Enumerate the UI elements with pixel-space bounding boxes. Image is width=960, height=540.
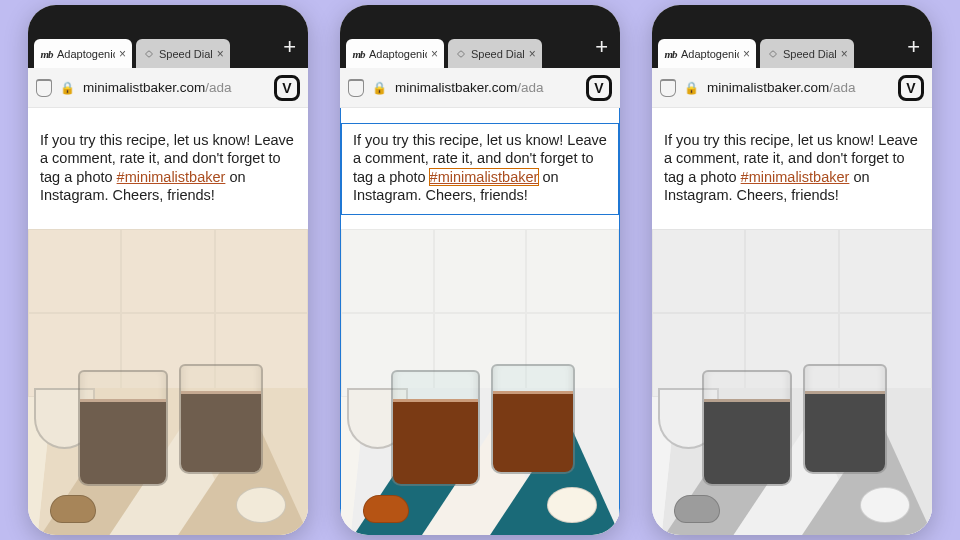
- status-bar: [652, 5, 932, 27]
- tab-speed-dial-label: Speed Dial: [159, 48, 213, 60]
- wall-tiles: [341, 229, 619, 397]
- vivaldi-menu-button[interactable]: V: [274, 75, 300, 101]
- tab-active[interactable]: mb Adaptogenic ×: [34, 39, 132, 68]
- url-field[interactable]: minimalistbaker.com/ada: [707, 80, 890, 95]
- status-bar: [340, 5, 620, 27]
- vivaldi-favicon: [766, 47, 779, 60]
- close-icon[interactable]: ×: [119, 48, 126, 60]
- tab-speed-dial-label: Speed Dial: [783, 48, 837, 60]
- page-content: If you try this recipe, let us know! Lea…: [652, 108, 932, 535]
- new-tab-button[interactable]: +: [589, 36, 614, 64]
- walnut-half: [50, 495, 96, 523]
- mb-favicon: mb: [352, 47, 365, 60]
- tab-speed-dial[interactable]: Speed Dial ×: [136, 39, 230, 68]
- tab-active-label: Adaptogenic: [681, 48, 739, 60]
- rice-cake: [860, 487, 910, 523]
- vivaldi-menu-button[interactable]: V: [898, 75, 924, 101]
- page-content: If you try this recipe, let us know! Lea…: [340, 108, 620, 535]
- close-icon[interactable]: ×: [841, 48, 848, 60]
- tab-active-label: Adaptogenic: [369, 48, 427, 60]
- address-bar: 🔒 minimalistbaker.com/ada V: [652, 68, 932, 108]
- url-path: /ada: [205, 80, 231, 95]
- vivaldi-menu-button[interactable]: V: [586, 75, 612, 101]
- tab-bar: mb Adaptogenic × Speed Dial × +: [340, 27, 620, 68]
- close-icon[interactable]: ×: [217, 48, 224, 60]
- glass-front: [702, 370, 792, 486]
- close-icon[interactable]: ×: [431, 48, 438, 60]
- hashtag-link[interactable]: #minimalistbaker: [117, 169, 226, 185]
- new-tab-button[interactable]: +: [901, 36, 926, 64]
- shield-icon[interactable]: [348, 79, 364, 97]
- wall-tiles: [28, 229, 308, 397]
- url-domain: minimalistbaker.com: [83, 80, 205, 95]
- tab-speed-dial[interactable]: Speed Dial ×: [448, 39, 542, 68]
- glass-back: [803, 364, 887, 474]
- glass-back: [179, 364, 263, 474]
- url-field[interactable]: minimalistbaker.com/ada: [395, 80, 578, 95]
- address-bar: 🔒 minimalistbaker.com/ada V: [340, 68, 620, 108]
- new-tab-button[interactable]: +: [277, 36, 302, 64]
- hero-image: [341, 229, 619, 535]
- phone-frame: mb Adaptogenic × Speed Dial × + 🔒 minima…: [28, 5, 308, 535]
- tab-bar: mb Adaptogenic × Speed Dial × +: [28, 27, 308, 68]
- tab-speed-dial[interactable]: Speed Dial ×: [760, 39, 854, 68]
- url-field[interactable]: minimalistbaker.com/ada: [83, 80, 266, 95]
- hero-scene: [652, 229, 932, 535]
- walnut-half: [674, 495, 720, 523]
- lock-icon: 🔒: [684, 81, 699, 95]
- hero-image: [652, 229, 932, 535]
- vivaldi-favicon: [142, 47, 155, 60]
- recipe-paragraph: If you try this recipe, let us know! Lea…: [341, 123, 619, 215]
- url-path: /ada: [517, 80, 543, 95]
- hashtag-link[interactable]: #minimalistbaker: [430, 169, 539, 185]
- recipe-paragraph: If you try this recipe, let us know! Lea…: [28, 123, 308, 215]
- walnut-half: [363, 495, 409, 523]
- glass-back: [491, 364, 574, 474]
- shield-icon[interactable]: [660, 79, 676, 97]
- rice-cake: [547, 487, 597, 523]
- tab-active[interactable]: mb Adaptogenic ×: [658, 39, 756, 68]
- url-path: /ada: [829, 80, 855, 95]
- recipe-paragraph: If you try this recipe, let us know! Lea…: [652, 123, 932, 215]
- tab-bar: mb Adaptogenic × Speed Dial × +: [652, 27, 932, 68]
- rice-cake: [236, 487, 286, 523]
- hero-scene: [28, 229, 308, 535]
- tab-active[interactable]: mb Adaptogenic ×: [346, 39, 444, 68]
- close-icon[interactable]: ×: [743, 48, 750, 60]
- hero-scene: [341, 229, 619, 535]
- lock-icon: 🔒: [60, 81, 75, 95]
- page-content: If you try this recipe, let us know! Lea…: [28, 108, 308, 535]
- wall-tiles: [652, 229, 932, 397]
- shield-icon[interactable]: [36, 79, 52, 97]
- glass-front: [78, 370, 168, 486]
- url-domain: minimalistbaker.com: [395, 80, 517, 95]
- hashtag-link[interactable]: #minimalistbaker: [741, 169, 850, 185]
- tab-active-label: Adaptogenic: [57, 48, 115, 60]
- phone-frame: mb Adaptogenic × Speed Dial × + 🔒 minima…: [652, 5, 932, 535]
- vivaldi-favicon: [454, 47, 467, 60]
- glass-front: [391, 370, 480, 486]
- mb-favicon: mb: [40, 47, 53, 60]
- url-domain: minimalistbaker.com: [707, 80, 829, 95]
- close-icon[interactable]: ×: [529, 48, 536, 60]
- lock-icon: 🔒: [372, 81, 387, 95]
- address-bar: 🔒 minimalistbaker.com/ada V: [28, 68, 308, 108]
- tab-speed-dial-label: Speed Dial: [471, 48, 525, 60]
- status-bar: [28, 5, 308, 27]
- hero-image: [28, 229, 308, 535]
- mb-favicon: mb: [664, 47, 677, 60]
- phone-frame: mb Adaptogenic × Speed Dial × + 🔒 minima…: [340, 5, 620, 535]
